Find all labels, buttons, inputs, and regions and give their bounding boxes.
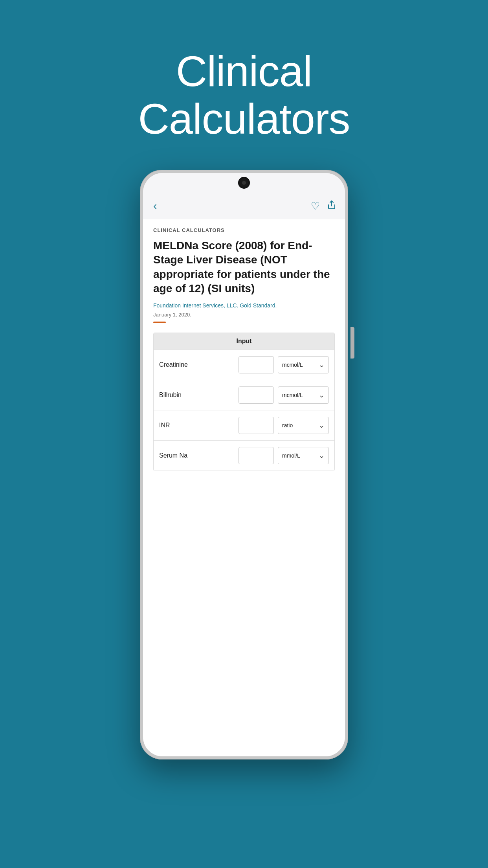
header-actions: ♡ (311, 200, 336, 212)
billrubin-unit-select[interactable]: mcmol/L ⌄ (278, 386, 329, 404)
phone-camera (238, 177, 250, 189)
article-content: CLINICAL CALCULATORS MELDNa Score (2008)… (143, 219, 345, 471)
creatinine-row: Creatinine mcmol/L ⌄ (154, 349, 334, 380)
billrubin-unit-label: mcmol/L (282, 392, 303, 398)
input-table: Input Creatinine mcmol/L ⌄ (153, 333, 335, 471)
input-table-header: Input (154, 333, 334, 349)
serum-na-chevron-icon: ⌄ (319, 451, 325, 460)
creatinine-input[interactable] (238, 356, 274, 373)
app-title: Clinical Calculators (0, 47, 488, 142)
inr-label: INR (159, 422, 235, 429)
inr-unit-select[interactable]: ratio ⌄ (278, 417, 329, 434)
creatinine-unit-select[interactable]: mcmol/L ⌄ (278, 356, 329, 373)
billrubin-label: Billrubin (159, 392, 235, 399)
serum-na-unit-select[interactable]: mmol/L ⌄ (278, 447, 329, 464)
serum-na-input[interactable] (238, 447, 274, 464)
creatinine-chevron-icon: ⌄ (319, 360, 325, 369)
serum-na-unit-label: mmol/L (282, 452, 300, 459)
article-title: MELDNa Score (2008) for End-Stage Liver … (153, 239, 335, 296)
screen-content: ‹ ♡ (143, 193, 345, 756)
serum-na-label: Serum Na (159, 452, 235, 459)
billrubin-row: Billrubin mcmol/L ⌄ (154, 380, 334, 410)
creatinine-unit-label: mcmol/L (282, 362, 303, 368)
share-icon[interactable] (327, 200, 336, 212)
phone-frame: ‹ ♡ (140, 170, 348, 760)
inr-unit-label: ratio (282, 422, 293, 428)
category-label: CLINICAL CALCULATORS (153, 227, 335, 233)
serum-na-row: Serum Na mmol/L ⌄ (154, 440, 334, 471)
phone-side-button (350, 327, 354, 359)
creatinine-label: Creatinine (159, 361, 235, 368)
inr-chevron-icon: ⌄ (319, 421, 325, 430)
app-header: ‹ ♡ (143, 193, 345, 219)
article-date: January 1, 2020. (153, 312, 335, 318)
article-source: Foundation Internet Services, LLC. Gold … (153, 302, 335, 309)
billrubin-chevron-icon: ⌄ (319, 391, 325, 399)
phone-mockup: ‹ ♡ (0, 170, 488, 760)
orange-divider (153, 322, 166, 323)
title-section: Clinical Calculators (0, 0, 488, 166)
inr-row: INR ratio ⌄ (154, 410, 334, 440)
favorite-icon[interactable]: ♡ (311, 200, 320, 212)
inr-input[interactable] (238, 417, 274, 434)
phone-notch (143, 173, 345, 193)
back-button[interactable]: ‹ (152, 198, 158, 214)
phone-screen: ‹ ♡ (143, 173, 345, 756)
billrubin-input[interactable] (238, 386, 274, 404)
